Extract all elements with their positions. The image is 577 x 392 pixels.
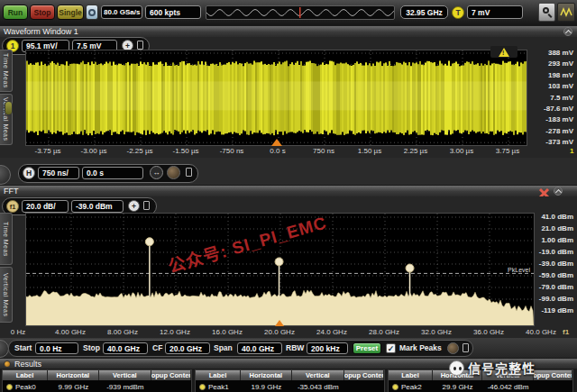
- fft-x-axis-label: 24.0 GHz: [316, 328, 347, 336]
- waveform-x-axis-label: -750 ns: [220, 147, 244, 155]
- oscilloscope-app: Run Stop Single 80.0 GSa/s 600 kpts 32.9…: [0, 0, 577, 392]
- run-button[interactable]: Run: [3, 5, 28, 20]
- results-column-header[interactable]: Vertical: [99, 370, 152, 380]
- acquisition-warning[interactable]: !: [490, 46, 517, 58]
- start-field[interactable]: 0.0 Hz: [35, 342, 78, 354]
- fft-close-button[interactable]: [538, 186, 550, 196]
- waveform-y-axis: 388 mV293 mV198 mV103 mV7.5 mV-87.6 mV-1…: [528, 50, 575, 146]
- fft-x-axis: 0 Hz4.00 GHz8.00 GHz12.0 GHz16.0 GHz20.0…: [0, 328, 577, 337]
- fft-x-axis-label: 40.0 GHz: [526, 328, 556, 336]
- results-column-header[interactable]: Horizontal: [241, 370, 291, 380]
- stop-label: Stop: [83, 343, 100, 352]
- waveform-y-axis-label: -278 mV: [545, 127, 573, 135]
- fft-scale-field[interactable]: 20.0 dB/: [22, 200, 69, 213]
- trigger-level-field[interactable]: 7 mV: [467, 5, 523, 19]
- fft-toolbar-copy-icon[interactable]: [463, 343, 469, 352]
- fft-copy-icon[interactable]: [143, 201, 150, 210]
- cf-field[interactable]: 20.0 GHz: [165, 342, 210, 354]
- trigger-position-marker[interactable]: [271, 139, 282, 146]
- memory-depth-field[interactable]: 600 kpts: [145, 5, 201, 19]
- waveform-y-axis-label: 103 mV: [548, 82, 573, 90]
- timebase-knob-icon[interactable]: [167, 166, 180, 179]
- waveform-y-axis-label: -183 mV: [545, 115, 573, 123]
- fft-toolbar-knob-icon[interactable]: [447, 342, 459, 354]
- rbw-field[interactable]: 200 kHz: [307, 342, 348, 354]
- fft-x-axis-label: 16.0 GHz: [212, 328, 243, 336]
- results-table: LabelHorizontalVerticalPopup ContentPeak…: [195, 369, 385, 392]
- fft-center-marker: [275, 320, 284, 326]
- preset-button[interactable]: Preset: [353, 342, 381, 354]
- stop-button[interactable]: Stop: [30, 5, 55, 20]
- waveform-x-axis-label: 2.25 µs: [404, 147, 427, 155]
- timebase-scale-field[interactable]: 750 ns/: [38, 167, 79, 179]
- results-column-header[interactable]: Popup Content: [151, 370, 191, 380]
- waveform-plot[interactable]: [25, 50, 527, 146]
- results-cell: 9.99 GHz: [48, 383, 98, 391]
- waveform-x-axis-label: 750 ns: [313, 147, 334, 155]
- tab-vertical-meas-fft[interactable]: Vertical Meas: [0, 267, 13, 323]
- results-icon: [4, 360, 11, 368]
- zoom-tool-button[interactable]: [538, 3, 555, 22]
- preview-waveform: [206, 6, 394, 19]
- fft-x-end-badge: f1: [563, 328, 569, 336]
- fft-y-axis-label: -19.0 dBm: [539, 248, 573, 256]
- channel-copy-icon[interactable]: [137, 41, 143, 50]
- fft-y-axis-label: -79.0 dBm: [539, 283, 573, 291]
- fft-x-axis-label: 36.0 GHz: [473, 328, 504, 336]
- results-column-header[interactable]: Vertical: [292, 370, 345, 380]
- waveform-trace: [26, 50, 527, 145]
- fft-add-button[interactable]: +: [128, 200, 140, 212]
- warning-icon: !: [499, 48, 509, 57]
- fft-window-title: FFT: [4, 187, 19, 196]
- waveform-x-axis-label: -3.00 µs: [80, 147, 106, 155]
- results-cell: -46.042 dBm: [482, 383, 534, 391]
- waveform-y-axis-label: -87.6 mV: [544, 105, 573, 113]
- trigger-frequency-field[interactable]: 32.95 GHz: [400, 5, 448, 19]
- results-column-header[interactable]: Label: [389, 370, 433, 380]
- waveform-x-end-badge: 1: [570, 147, 573, 155]
- results-column-header[interactable]: Horizontal: [48, 370, 98, 380]
- horizontal-badge[interactable]: H: [23, 167, 35, 179]
- trigger-badge[interactable]: T: [452, 6, 464, 19]
- pklevel-label: PkLevel: [508, 267, 530, 273]
- chevron-up-icon: [554, 188, 561, 195]
- fft-window-titlebar: FFT: [0, 185, 577, 196]
- results-cell: 19.9 GHz: [241, 383, 291, 391]
- results-column-header[interactable]: Popup Content: [534, 370, 572, 380]
- start-label: Start: [14, 343, 32, 352]
- sidebar-handle[interactable]: [5, 101, 13, 115]
- acquisition-preview[interactable]: [206, 5, 395, 20]
- span-field[interactable]: 40.0 GHz: [237, 342, 282, 354]
- tab-time-meas-waveform[interactable]: Time Meas: [0, 50, 13, 92]
- waveform-tool-button[interactable]: [557, 3, 575, 22]
- fft-x-axis-label: 4.00 GHz: [55, 328, 86, 336]
- fft-function-badge[interactable]: f1: [6, 200, 19, 213]
- results-row: Peak119.9 GHz-35.043 dBm: [196, 380, 384, 392]
- sample-rate-field[interactable]: 80.0 GSa/s: [101, 5, 142, 19]
- results-cell: -35.043 dBm: [292, 383, 345, 391]
- stop-field[interactable]: 40.0 GHz: [103, 342, 148, 354]
- peak-marker-icon: [392, 384, 398, 390]
- waveform-x-axis-label: 1.50 µs: [358, 147, 381, 155]
- pan-zoom-button[interactable]: ↔: [150, 166, 163, 179]
- waveform-y-axis-label: 388 mV: [548, 49, 573, 57]
- waveform-collapse-button[interactable]: [563, 27, 572, 36]
- results-cell: Peak1: [196, 383, 241, 391]
- results-column-header[interactable]: Label: [196, 370, 241, 380]
- mark-peaks-checkbox[interactable]: ✓: [386, 343, 396, 353]
- rbw-label: RBW: [286, 343, 304, 352]
- tab-time-meas-fft[interactable]: Time Meas: [0, 213, 13, 265]
- results-row: Peak229.9 GHz-46.042 dBm: [389, 380, 572, 392]
- fft-y-axis-label: -119 dBm: [541, 306, 573, 315]
- waveform-x-axis-label: -1.50 µs: [172, 147, 198, 155]
- waveform-x-axis-label: 0.0 s: [270, 147, 285, 155]
- results-table: LabelHorizontalVerticalPopup ContentPeak…: [2, 369, 192, 392]
- timebase-position-field[interactable]: 0.0 s: [82, 167, 143, 179]
- results-column-header[interactable]: Label: [3, 370, 48, 380]
- fft-collapse-button[interactable]: [554, 187, 563, 196]
- single-button[interactable]: Single: [57, 5, 84, 20]
- results-column-header[interactable]: Popup Content: [344, 370, 384, 380]
- timebase-copy-icon[interactable]: [186, 168, 192, 177]
- fft-offset-field[interactable]: -39.0 dBm: [71, 200, 124, 213]
- touch-icon[interactable]: [86, 5, 98, 20]
